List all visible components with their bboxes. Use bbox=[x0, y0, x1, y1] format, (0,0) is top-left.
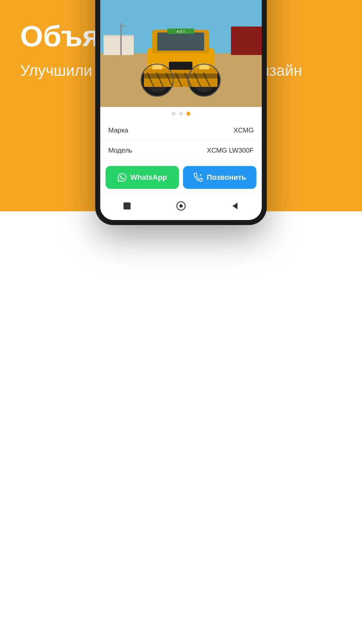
bottom-nav bbox=[100, 194, 262, 220]
svg-point-41 bbox=[179, 204, 183, 208]
nav-home-button[interactable] bbox=[175, 200, 187, 212]
svg-rect-36 bbox=[169, 62, 192, 70]
svg-text:ALT 1: ALT 1 bbox=[177, 30, 185, 33]
dot-3 bbox=[186, 112, 190, 116]
circle-icon bbox=[176, 201, 186, 211]
whatsapp-button[interactable]: WhatsApp bbox=[106, 166, 179, 189]
dot-2 bbox=[179, 112, 183, 116]
loader-illustration: ALT 1 bbox=[100, 0, 262, 107]
phone-screen: 15:56 bbox=[100, 0, 262, 220]
svg-rect-9 bbox=[231, 26, 262, 55]
spec-value-model: XCMG LW300F bbox=[207, 147, 254, 154]
spec-row-model: Модель XCMG LW300F bbox=[100, 141, 262, 161]
phone-icon bbox=[193, 173, 203, 182]
spec-value-brand: XCMG bbox=[234, 126, 254, 134]
dot-1 bbox=[172, 112, 176, 116]
spec-label-model: Модель bbox=[108, 147, 132, 154]
action-buttons: WhatsApp Позвонить bbox=[100, 161, 262, 194]
svg-rect-20 bbox=[157, 33, 204, 51]
nav-square-button[interactable] bbox=[121, 200, 133, 212]
white-section: 15:56 bbox=[0, 211, 362, 644]
whatsapp-icon bbox=[118, 173, 126, 182]
square-icon bbox=[122, 201, 132, 211]
specs-table: Марка XCMG Модель XCMG LW300F bbox=[100, 120, 262, 161]
product-image: ALT 1 bbox=[100, 0, 262, 107]
phone-frame: 15:56 bbox=[96, 0, 266, 225]
whatsapp-label: WhatsApp bbox=[130, 173, 167, 182]
spec-label-brand: Марка bbox=[108, 126, 128, 134]
phone-mockup: 15:56 bbox=[96, 0, 266, 225]
call-label: Позвонить bbox=[207, 173, 246, 182]
back-triangle-icon bbox=[230, 201, 240, 211]
svg-rect-7 bbox=[104, 35, 134, 55]
svg-rect-8 bbox=[104, 35, 134, 36]
nav-back-button[interactable] bbox=[229, 200, 241, 212]
spec-row-brand: Марка XCMG bbox=[100, 120, 262, 141]
svg-marker-42 bbox=[232, 203, 237, 209]
call-button[interactable]: Позвонить bbox=[183, 166, 256, 189]
svg-rect-39 bbox=[124, 203, 131, 210]
image-dots bbox=[100, 107, 262, 120]
svg-rect-10 bbox=[120, 23, 122, 55]
